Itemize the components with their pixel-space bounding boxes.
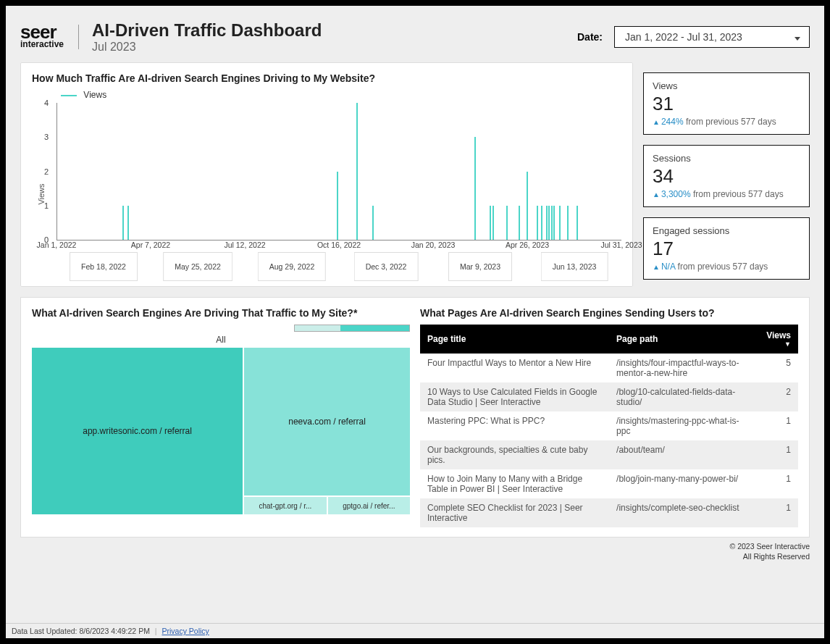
table-row[interactable]: How to Join Many to Many with a Bridge T… xyxy=(420,469,798,498)
stat-label: Engaged sessions xyxy=(653,225,800,236)
last-updated: Data Last Updated: 8/6/2023 4:49:22 PM xyxy=(12,627,150,635)
cell-title: Our backgrounds, specialties & cute baby… xyxy=(420,440,609,469)
cell-views: 2 xyxy=(759,382,798,411)
cell-path: /insights/four-impactful-ways-to-mentor-… xyxy=(609,354,759,382)
legend-label: Views xyxy=(83,90,106,100)
treemap-cell-neeva[interactable]: neeva.com / referral xyxy=(244,348,410,495)
table-header-views[interactable]: Views▼ xyxy=(759,325,798,354)
table-row[interactable]: Our backgrounds, specialties & cute baby… xyxy=(420,440,798,469)
x-tick: May 25, 2022 xyxy=(163,252,232,281)
stat-value: 34 xyxy=(653,165,800,188)
cell-path: /blog/10-calculated-fields-data-studio/ xyxy=(609,382,759,411)
stat-card: Sessions34▲3,300% from previous 577 days xyxy=(643,145,810,207)
chart-bar[interactable] xyxy=(559,206,561,240)
up-arrow-icon: ▲ xyxy=(653,263,660,271)
x-tick: Jan 20, 2023 xyxy=(411,241,456,249)
stats-column: Views31▲244% from previous 577 daysSessi… xyxy=(643,62,810,287)
x-tick: Aug 29, 2022 xyxy=(258,252,326,281)
privacy-policy-link[interactable]: Privacy Policy xyxy=(162,627,209,635)
x-tick: Apr 7, 2022 xyxy=(131,241,170,249)
page-subtitle: Jul 2023 xyxy=(92,41,322,54)
table-row[interactable]: Four Impactful Ways to Mentor a New Hire… xyxy=(420,354,798,382)
logo-sub: interactive xyxy=(20,39,64,49)
chart-bar[interactable] xyxy=(337,172,338,241)
chart-bar[interactable] xyxy=(122,206,124,240)
date-range-select[interactable]: Jan 1, 2022 - Jul 31, 2023 xyxy=(614,26,810,48)
treemap-breadcrumb[interactable]: All xyxy=(32,332,410,348)
chart-legend: Views xyxy=(61,90,621,100)
cell-path: /blog/join-many-many-power-bi/ xyxy=(609,469,759,498)
cell-path: /insights/complete-seo-checklist xyxy=(609,498,759,527)
cell-views: 5 xyxy=(759,354,798,382)
stat-label: Sessions xyxy=(653,153,800,164)
x-tick: Jul 31, 2023 xyxy=(600,241,642,249)
cell-title: How to Join Many to Many with a Bridge T… xyxy=(420,469,609,498)
cell-views: 1 xyxy=(759,411,798,440)
cell-title: 10 Ways to Use Calculated Fields in Goog… xyxy=(420,382,609,411)
chart-bar[interactable] xyxy=(519,206,520,240)
stat-label: Views xyxy=(653,80,800,91)
treemap-cell-chatgpt[interactable]: chat-gpt.org / r... xyxy=(244,497,326,514)
cell-path: /insights/mastering-ppc-what-is-ppc xyxy=(609,411,759,440)
chart-bar[interactable] xyxy=(546,206,548,240)
cell-title: Four Impactful Ways to Mentor a New Hire xyxy=(420,354,609,382)
chart-bar[interactable] xyxy=(506,206,508,240)
traffic-chart-panel: How Much Traffic Are AI-driven Search En… xyxy=(20,62,633,287)
sort-desc-icon: ▼ xyxy=(766,340,791,348)
chart-bar[interactable] xyxy=(356,103,358,240)
chart-bar[interactable] xyxy=(372,206,374,240)
table-row[interactable]: Complete SEO Checklist for 2023 | Seer I… xyxy=(420,498,798,527)
chart-bar[interactable] xyxy=(527,172,528,241)
x-tick: Jun 13, 2023 xyxy=(541,252,608,281)
y-tick: 3 xyxy=(44,133,49,141)
chart-bar[interactable] xyxy=(474,137,476,240)
chart-bar[interactable] xyxy=(492,206,494,240)
date-label: Date: xyxy=(577,31,603,43)
treemap-cell-writesonic[interactable]: app.writesonic.com / referral xyxy=(32,348,243,514)
table-title: What Pages Are AI-driven Search Engines … xyxy=(420,307,798,319)
legend-swatch xyxy=(61,95,77,96)
chart-bar[interactable] xyxy=(490,206,491,240)
cell-views: 1 xyxy=(759,440,798,469)
chart-bar[interactable] xyxy=(127,206,129,240)
page-title: AI-Driven Traffic Dashboard xyxy=(92,20,322,41)
stat-value: 17 xyxy=(653,238,800,260)
cell-views: 1 xyxy=(759,498,798,527)
y-tick: 2 xyxy=(44,167,49,176)
stat-delta: ▲3,300% from previous 577 days xyxy=(653,189,800,199)
table-row[interactable]: 10 Ways to Use Calculated Fields in Goog… xyxy=(420,382,798,411)
treemap-title: What AI-driven Search Engines Are Drivin… xyxy=(32,307,410,319)
logo-brand: seer xyxy=(20,25,64,40)
cell-title: Mastering PPC: What is PPC? xyxy=(420,411,609,440)
chart-bar[interactable] xyxy=(541,206,542,240)
stat-card: Views31▲244% from previous 577 days xyxy=(643,72,810,135)
chart-title: How Much Traffic Are AI-driven Search En… xyxy=(32,72,621,84)
y-tick: 4 xyxy=(44,99,49,107)
x-tick: Jan 1, 2022 xyxy=(37,241,77,249)
table-header-title[interactable]: Page title xyxy=(420,325,609,354)
cell-title: Complete SEO Checklist for 2023 | Seer I… xyxy=(420,498,609,527)
cell-views: 1 xyxy=(759,469,798,498)
stat-delta: ▲244% from previous 577 days xyxy=(653,117,800,127)
stat-card: Engaged sessions17▲N/A from previous 577… xyxy=(643,217,810,280)
chart-bar[interactable] xyxy=(537,206,538,240)
pages-table: Page title Page path Views▼ Four Impactf… xyxy=(420,325,798,527)
footer: Data Last Updated: 8/6/2023 4:49:22 PM |… xyxy=(6,623,824,638)
stat-value: 31 xyxy=(653,93,800,115)
logo: seer interactive xyxy=(20,25,79,50)
chart-bar[interactable] xyxy=(551,206,553,240)
up-arrow-icon: ▲ xyxy=(653,118,660,126)
chart-plot[interactable]: 01234 xyxy=(56,103,621,241)
chart-bar[interactable] xyxy=(567,206,569,240)
treemap-chart[interactable]: app.writesonic.com / referral neeva.com … xyxy=(32,348,410,514)
treemap-scrollbar[interactable] xyxy=(294,325,410,332)
chart-bar[interactable] xyxy=(553,206,555,240)
x-axis-labels: Jan 1, 2022Apr 7, 2022Jul 12, 2022Oct 16… xyxy=(56,241,621,265)
treemap-cell-gptgo[interactable]: gptgo.ai / refer... xyxy=(328,497,410,514)
chart-bar[interactable] xyxy=(548,206,550,240)
table-header-path[interactable]: Page path xyxy=(609,325,759,354)
up-arrow-icon: ▲ xyxy=(653,191,660,198)
table-row[interactable]: Mastering PPC: What is PPC?/insights/mas… xyxy=(420,411,798,440)
x-tick: Feb 18, 2022 xyxy=(70,252,138,281)
chart-bar[interactable] xyxy=(577,206,578,240)
